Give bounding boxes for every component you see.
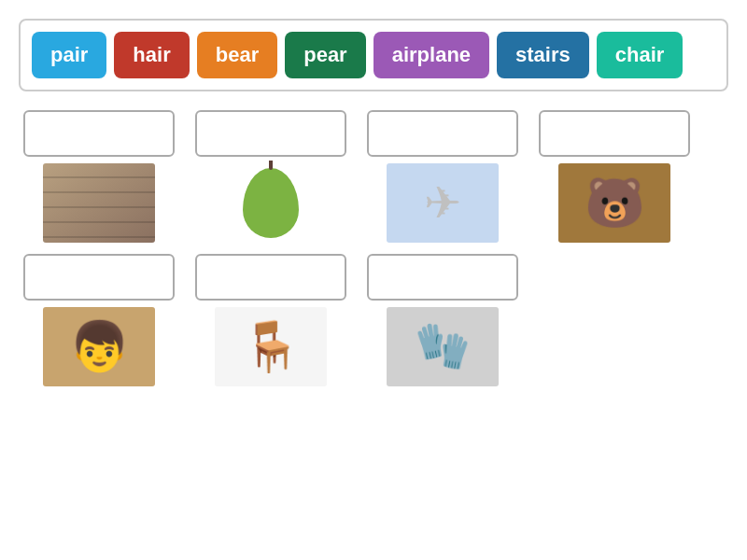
drop-box-gloves[interactable] xyxy=(367,254,518,301)
image-box-bear xyxy=(554,161,675,245)
image-box-stairs xyxy=(38,161,160,245)
image-box-chair xyxy=(210,304,331,388)
image-box-gloves xyxy=(382,304,503,388)
drop-box-pear[interactable] xyxy=(195,110,346,157)
pear-image xyxy=(243,168,299,238)
word-tile-pear[interactable]: pear xyxy=(285,32,365,78)
drop-box-chair[interactable] xyxy=(195,254,346,301)
drop-box-airplane[interactable] xyxy=(367,110,518,157)
drop-box-stairs[interactable] xyxy=(23,110,175,157)
gloves-image xyxy=(387,307,499,386)
word-tile-hair[interactable]: hair xyxy=(114,32,189,78)
match-area xyxy=(19,110,728,388)
word-tile-chair[interactable]: chair xyxy=(597,32,684,78)
match-item-airplane xyxy=(362,110,523,245)
drop-box-hair[interactable] xyxy=(23,254,175,301)
match-item-gloves xyxy=(362,254,523,388)
hair-image xyxy=(43,307,155,386)
match-item-stairs xyxy=(19,110,179,245)
image-box-pear xyxy=(210,161,331,245)
match-item-chair xyxy=(190,254,351,388)
chair-image xyxy=(215,307,327,386)
word-tile-stairs[interactable]: stairs xyxy=(497,32,589,78)
image-box-airplane xyxy=(382,161,503,245)
image-box-hair xyxy=(38,304,160,388)
match-item-pear xyxy=(190,110,351,245)
bear-image xyxy=(558,163,670,243)
word-tile-airplane[interactable]: airplane xyxy=(374,32,489,78)
word-bank: pair hair bear pear airplane stairs chai… xyxy=(19,19,728,91)
match-item-bear xyxy=(534,110,695,245)
stairs-image xyxy=(43,163,155,243)
drop-box-bear[interactable] xyxy=(539,110,690,157)
match-item-hair xyxy=(19,254,179,388)
word-tile-pair[interactable]: pair xyxy=(32,32,106,78)
match-row-2 xyxy=(19,254,728,388)
airplane-image xyxy=(387,163,499,243)
word-tile-bear[interactable]: bear xyxy=(197,32,277,78)
match-row-1 xyxy=(19,110,728,245)
